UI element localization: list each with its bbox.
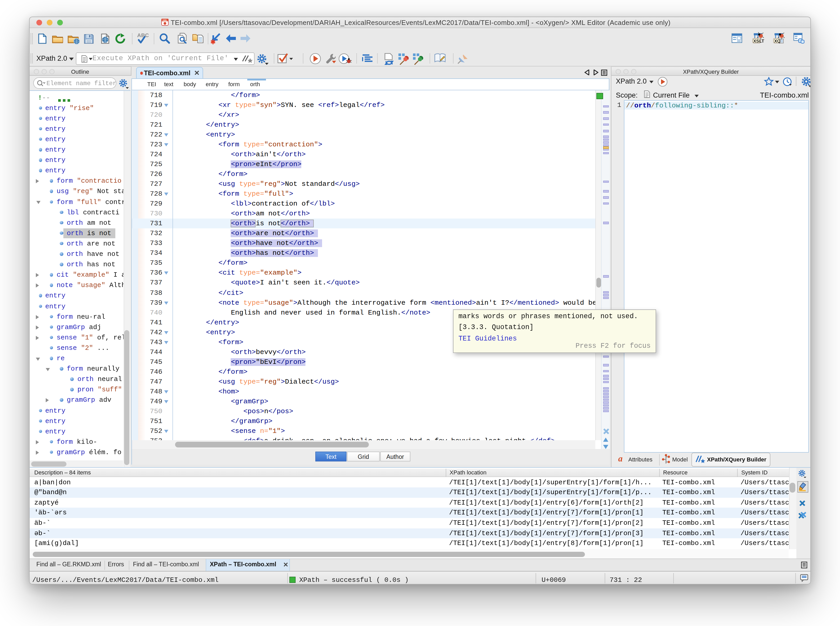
svg-text:ABC: ABC [137,32,149,38]
svg-text:XSLT: XSLT [753,39,764,44]
svg-text:XQ: XQ [774,39,780,44]
svg-text:✱: ✱ [210,38,215,44]
